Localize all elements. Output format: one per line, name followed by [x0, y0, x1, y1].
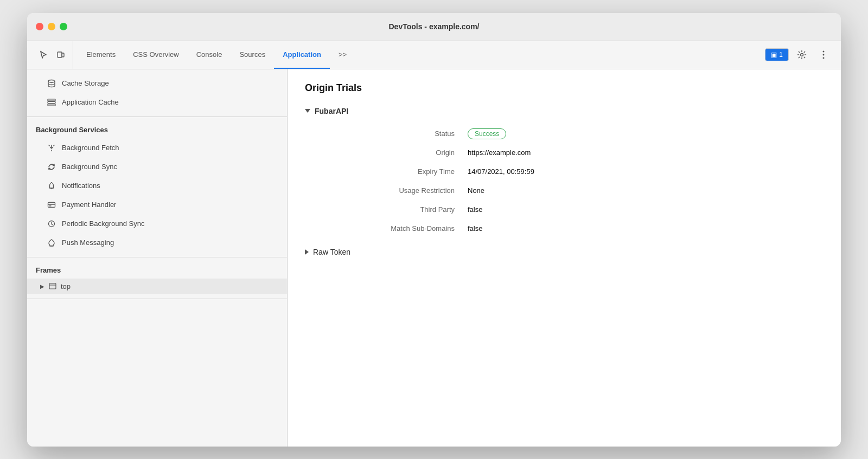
svg-rect-8 [48, 101, 55, 103]
tab-bar: Elements CSS Overview Console Sources Ap… [78, 41, 761, 69]
origin-field-row: Origin https://example.com [305, 143, 824, 162]
periodic-bg-sync-icon [47, 219, 56, 229]
third-party-field-row: Third Party false [305, 200, 824, 219]
status-label: Status [348, 130, 468, 138]
usage-restriction-label: Usage Restriction [348, 186, 468, 195]
main-content: Cache Storage Application Cache Backgrou [27, 69, 841, 447]
notifications-icon [47, 181, 56, 191]
frame-expand-arrow: ▶ [40, 283, 44, 289]
application-cache-icon [47, 98, 56, 107]
svg-point-5 [823, 57, 825, 59]
sidebar: Cache Storage Application Cache Backgrou [27, 69, 288, 447]
window-title: DevTools - example.com/ [388, 22, 479, 31]
tab-more[interactable]: >> [330, 41, 355, 69]
background-sync-icon [47, 162, 56, 172]
third-party-value: false [468, 205, 482, 214]
svg-rect-16 [49, 283, 56, 289]
message-icon: ▣ [771, 51, 777, 59]
tab-css-overview[interactable]: CSS Overview [124, 41, 188, 69]
background-services-header: Background Services [27, 121, 287, 138]
sidebar-item-application-cache[interactable]: Application Cache [29, 93, 285, 112]
expand-triangle-icon [305, 109, 310, 113]
raw-token-row[interactable]: Raw Token [305, 242, 824, 262]
device-toggle-button[interactable] [53, 47, 68, 62]
push-messaging-icon [47, 238, 56, 248]
background-fetch-icon [47, 143, 56, 153]
devtools-window: DevTools - example.com/ Elements CSS Ove… [27, 13, 841, 447]
sidebar-item-payment-handler[interactable]: Payment Handler [29, 196, 285, 214]
status-field-row: Status Success [305, 124, 824, 143]
third-party-label: Third Party [348, 205, 468, 214]
usage-restriction-value: None [468, 186, 484, 195]
tab-elements[interactable]: Elements [78, 41, 124, 69]
cursor-tool-button[interactable] [36, 47, 51, 62]
toolbar-right-actions: ▣ 1 [761, 41, 837, 69]
svg-rect-1 [62, 53, 64, 57]
sidebar-item-notifications[interactable]: Notifications [29, 177, 285, 195]
match-sub-domains-field-row: Match Sub-Domains false [305, 219, 824, 238]
sidebar-item-push-messaging[interactable]: Push Messaging [29, 234, 285, 252]
status-value: Success [468, 130, 506, 138]
main-panel: Origin Trials FubarAPI Status Success Or… [288, 69, 841, 447]
sidebar-item-periodic-background-sync[interactable]: Periodic Background Sync [29, 215, 285, 233]
svg-rect-7 [48, 99, 55, 101]
svg-rect-0 [58, 52, 62, 57]
svg-point-2 [801, 54, 803, 56]
minimize-button[interactable] [48, 23, 55, 30]
toolbar: Elements CSS Overview Console Sources Ap… [27, 41, 841, 69]
svg-rect-11 [48, 202, 55, 207]
svg-point-3 [823, 51, 825, 53]
svg-rect-9 [48, 104, 55, 106]
frames-section: Frames ▶ top [27, 257, 287, 299]
panel-title: Origin Trials [305, 82, 824, 94]
status-badge: Success [468, 128, 506, 139]
api-section: FubarAPI Status Success Origin https://e… [305, 107, 824, 262]
sidebar-item-background-fetch[interactable]: Background Fetch [29, 139, 285, 157]
frame-icon [49, 282, 56, 290]
raw-token-label: Raw Token [313, 248, 350, 256]
settings-button[interactable] [793, 46, 810, 63]
tab-application[interactable]: Application [274, 41, 330, 69]
match-sub-domains-value: false [468, 224, 482, 232]
toolbar-tool-icons [31, 41, 73, 69]
expiry-time-value: 14/07/2021, 00:59:59 [468, 167, 534, 176]
sidebar-item-cache-storage[interactable]: Cache Storage [29, 74, 285, 93]
more-options-button[interactable] [815, 46, 832, 63]
messages-badge-button[interactable]: ▣ 1 [765, 48, 789, 61]
sidebar-item-background-sync[interactable]: Background Sync [29, 158, 285, 176]
match-sub-domains-label: Match Sub-Domains [348, 224, 468, 232]
origin-label: Origin [348, 148, 468, 157]
origin-value: https://example.com [468, 148, 531, 157]
traffic-lights [36, 23, 67, 30]
svg-point-6 [48, 80, 55, 82]
usage-restriction-field-row: Usage Restriction None [305, 181, 824, 200]
expiry-field-row: Expiry Time 14/07/2021, 00:59:59 [305, 162, 824, 181]
maximize-button[interactable] [60, 23, 67, 30]
api-header[interactable]: FubarAPI [305, 107, 824, 115]
tab-sources[interactable]: Sources [231, 41, 274, 69]
api-name: FubarAPI [315, 107, 348, 115]
titlebar: DevTools - example.com/ [27, 13, 841, 41]
payment-handler-icon [47, 200, 56, 210]
raw-token-expand-icon [305, 249, 309, 255]
frames-header: Frames [27, 262, 287, 279]
storage-section: Cache Storage Application Cache [27, 69, 287, 117]
sidebar-item-top-frame[interactable]: ▶ top [27, 279, 287, 294]
cache-storage-icon [47, 79, 56, 88]
close-button[interactable] [36, 23, 43, 30]
background-services-section: Background Services Background Fetch [27, 117, 287, 257]
expiry-time-label: Expiry Time [348, 167, 468, 176]
svg-point-4 [823, 54, 825, 56]
tab-console[interactable]: Console [188, 41, 231, 69]
